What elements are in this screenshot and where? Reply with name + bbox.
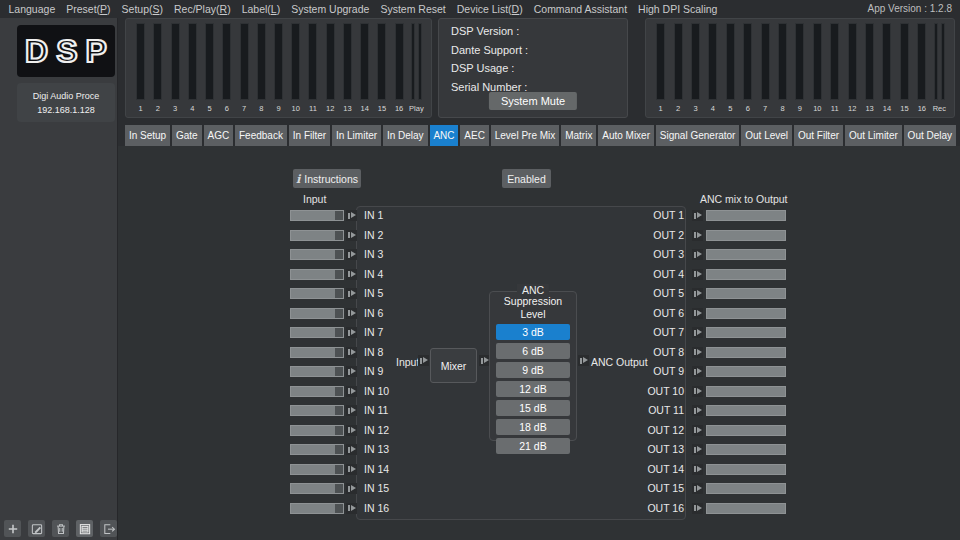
- input-channel-label: IN 15: [364, 483, 389, 494]
- delete-device-button[interactable]: [52, 520, 69, 537]
- output-channel-row: OUT 1: [600, 210, 786, 221]
- input-channel-label: IN 2: [364, 230, 383, 241]
- export-arrow-icon: [102, 522, 116, 536]
- output-level-meter: [706, 210, 786, 221]
- vu-meter-channel-number: 14: [883, 104, 891, 113]
- mixer-block[interactable]: Mixer: [430, 348, 477, 383]
- module-tab[interactable]: Feedback: [235, 125, 287, 146]
- tab-label: Out Delay: [908, 130, 952, 141]
- vu-meter-slot: 1: [652, 23, 669, 117]
- module-tab[interactable]: Auto Mixer: [598, 125, 654, 146]
- output-channel-row: OUT 16: [600, 503, 786, 514]
- signal-flow-arrow-icon: [692, 425, 703, 436]
- signal-flow-arrow-icon: [346, 308, 357, 319]
- add-device-button[interactable]: [4, 520, 21, 537]
- menu-item[interactable]: Command Assistant: [528, 3, 632, 15]
- status-field-label: DSP Version :: [451, 26, 627, 37]
- menu-item-accesskey: S: [153, 3, 160, 15]
- vu-meter-bar: [726, 23, 735, 100]
- vu-meter-bar: [377, 23, 386, 100]
- suppression-level-button[interactable]: 18 dB: [496, 419, 570, 435]
- input-channel-list: IN 1 IN 2 IN 3 IN 4 IN 5 IN 6 IN 7: [290, 210, 389, 514]
- vu-meter-channel-number: 15: [378, 104, 386, 113]
- menu-item-text: Language: [9, 3, 56, 15]
- suppression-level-header: Suppression Level: [490, 295, 576, 321]
- vu-meter-channel-number: 10: [813, 104, 821, 113]
- device-list-item[interactable]: Digi Audio Proce 192.168.1.128: [17, 83, 115, 122]
- system-mute-button[interactable]: System Mute: [489, 92, 577, 110]
- suppression-level-button[interactable]: 21 dB: [496, 438, 570, 454]
- module-tab[interactable]: Out Delay: [904, 125, 956, 146]
- trash-icon: [54, 522, 68, 536]
- tab-label: Signal Generator: [660, 130, 736, 141]
- input-level-meter: [290, 503, 344, 514]
- anc-enabled-button[interactable]: Enabled: [502, 169, 551, 188]
- module-tab[interactable]: Gate: [172, 125, 202, 146]
- vu-meter-slot: 8: [774, 23, 791, 117]
- signal-flow-arrow-icon: [346, 327, 357, 338]
- module-tab[interactable]: ANC: [430, 125, 459, 146]
- device-list-view-button[interactable]: [76, 520, 93, 537]
- edit-device-button[interactable]: [28, 520, 45, 537]
- module-tab[interactable]: In Delay: [383, 125, 428, 146]
- edit-icon: [30, 522, 44, 536]
- signal-flow-arrow-icon: [692, 366, 703, 377]
- module-tab[interactable]: In Filter: [289, 125, 330, 146]
- suppression-level-button[interactable]: 15 dB: [496, 400, 570, 416]
- input-channel-label: IN 3: [364, 249, 383, 260]
- vu-meter-slot: 2: [149, 23, 166, 117]
- rec-meter-slot: Rec: [931, 23, 948, 117]
- suppression-level-button[interactable]: 3 dB: [496, 324, 570, 340]
- instructions-button[interactable]: i Instructions: [293, 169, 361, 188]
- module-tab[interactable]: Signal Generator: [656, 125, 739, 146]
- module-tab[interactable]: Out Level: [741, 125, 792, 146]
- suppression-level-label: 9 dB: [522, 364, 544, 376]
- vu-meter-slot: 15: [373, 23, 390, 117]
- output-level-meter: [706, 327, 786, 338]
- tab-label: AEC: [464, 130, 485, 141]
- vu-meter-channel-number: 11: [309, 104, 317, 113]
- module-tab[interactable]: In Limiter: [332, 125, 381, 146]
- menu-item[interactable]: System Upgrade: [286, 3, 375, 15]
- input-level-meter: [290, 366, 344, 377]
- menu-item[interactable]: Language: [3, 3, 61, 15]
- module-tab[interactable]: AGC: [204, 125, 234, 146]
- vu-meter-channel-number: 11: [831, 104, 839, 113]
- module-tab[interactable]: Out Filter: [794, 125, 843, 146]
- signal-flow-arrow-icon: [692, 464, 703, 475]
- menu-item[interactable]: Device List(D): [451, 3, 528, 15]
- output-level-meter: [706, 425, 786, 436]
- menu-item-accesskey: R: [220, 3, 228, 15]
- output-channel-row: OUT 3: [600, 249, 786, 260]
- module-tab[interactable]: In Setup: [125, 125, 170, 146]
- module-tab[interactable]: Matrix: [561, 125, 596, 146]
- device-ip: 192.168.1.128: [17, 105, 115, 115]
- module-tab[interactable]: Out Limiter: [845, 125, 902, 146]
- suppression-level-button[interactable]: 12 dB: [496, 381, 570, 397]
- vu-meter-bar: [188, 23, 197, 100]
- module-tab[interactable]: Level Pre Mix: [491, 125, 559, 146]
- input-level-meter: [290, 425, 344, 436]
- suppression-level-button[interactable]: 9 dB: [496, 362, 570, 378]
- suppression-level-button[interactable]: 6 dB: [496, 343, 570, 359]
- vu-meter-channel-number: 12: [326, 104, 334, 113]
- signal-flow-arrow-icon: [692, 269, 703, 280]
- vu-meter-slot: 13: [339, 23, 356, 117]
- module-tab[interactable]: AEC: [460, 125, 488, 146]
- menu-item[interactable]: Label(L): [236, 3, 286, 15]
- export-button[interactable]: [100, 520, 117, 537]
- input-level-meter: [290, 288, 344, 299]
- menu-item[interactable]: Setup(S): [116, 3, 168, 15]
- output-channel-row: OUT 4: [600, 269, 786, 280]
- vu-meter-bar: [778, 23, 787, 100]
- menu-item[interactable]: Rec/Play(R): [169, 3, 237, 15]
- menu-item[interactable]: Preset(P): [61, 3, 116, 15]
- output-channel-label: OUT 4: [600, 269, 684, 280]
- menu-item-text: Label(: [242, 3, 271, 15]
- input-level-meter: [290, 210, 344, 221]
- menu-item[interactable]: System Reset: [375, 3, 451, 15]
- menu-item[interactable]: High DPI Scaling: [633, 3, 723, 15]
- vu-meter-channel-number: 5: [207, 104, 211, 113]
- signal-flow-arrow-icon: [692, 288, 703, 299]
- vu-meter-channel-number: 12: [848, 104, 856, 113]
